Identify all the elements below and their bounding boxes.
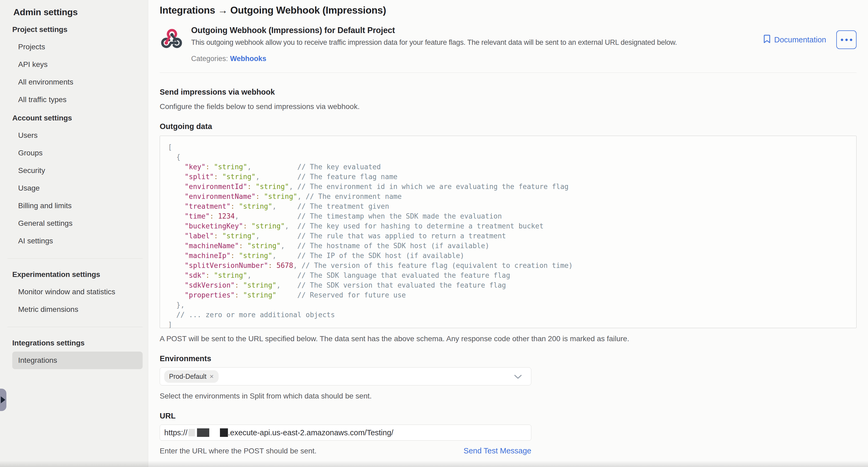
sidebar-item-monitor-window-and-statistics[interactable]: Monitor window and statistics (0, 283, 143, 301)
redacted-text-block (188, 429, 195, 436)
code-line: // ... zero or more additional objects (168, 310, 848, 320)
integration-info: Outgoing Webhook (Impressions) for Defau… (191, 26, 763, 63)
code-line: [ (168, 142, 848, 152)
url-footer-row: Enter the URL where the POST should be s… (160, 446, 531, 455)
environments-label: Environments (160, 354, 857, 363)
sidebar-item-ai-settings[interactable]: AI settings (0, 232, 143, 250)
webhook-title: Outgoing Webhook (Impressions) for Defau… (191, 26, 763, 35)
categories-row: Categories:Webhooks (191, 55, 763, 63)
code-line: "key": "string", // The key evaluated (168, 162, 848, 172)
code-line: "splitVersionNumber": 5678, // The versi… (168, 261, 848, 271)
header-actions: Documentation (763, 30, 857, 49)
admin-settings-sidebar: Admin settings Project settingsProjectsA… (0, 0, 148, 467)
sidebar-item-projects[interactable]: Projects (0, 38, 143, 56)
code-line: "environmentId": "string", // The enviro… (168, 182, 848, 192)
sidebar-section-integrations-settings: Integrations settings (0, 335, 148, 351)
sidebar-item-billing-and-limits[interactable]: Billing and limits (0, 197, 143, 215)
sidebar-item-usage[interactable]: Usage (0, 179, 143, 197)
environments-help: Select the environments in Split from wh… (160, 392, 857, 400)
code-line: "properties": "string" // Reserved for f… (168, 290, 848, 300)
section-subtitle: Configure the fields below to send impre… (160, 102, 857, 111)
bookmark-icon (763, 34, 771, 45)
code-line: "label": "string", // The rule that was … (168, 231, 848, 241)
code-line: "time": 1234, // The timestamp when the … (168, 211, 848, 221)
webhook-description: This outgoing webhook allow you to recei… (191, 38, 763, 46)
environment-chips: Prod-Default× (164, 370, 219, 383)
code-line: "machineIp": "string", // The IP of the … (168, 251, 848, 261)
code-line: "split": "string", // The feature flag n… (168, 172, 848, 182)
url-help: Enter the URL where the POST should be s… (160, 447, 316, 455)
code-line: }, (168, 300, 848, 310)
send-test-message-link[interactable]: Send Test Message (464, 446, 531, 455)
sidebar-item-all-traffic-types[interactable]: All traffic types (0, 91, 143, 108)
code-line: "bucketingKey": "string", // The key use… (168, 221, 848, 231)
code-line: ] (168, 320, 848, 328)
webhook-logo-icon (160, 27, 184, 52)
environment-chip-prod-default: Prod-Default× (164, 370, 219, 383)
sidebar-item-groups[interactable]: Groups (0, 144, 143, 162)
sidebar-title: Admin settings (13, 7, 148, 17)
header-divider (160, 72, 857, 73)
sidebar-item-security[interactable]: Security (0, 162, 143, 179)
section-title: Send impressions via webhook (160, 88, 857, 96)
categories-label: Categories: (191, 55, 228, 63)
sidebar-item-all-environments[interactable]: All environments (0, 73, 143, 91)
redacted-text-block (220, 428, 228, 437)
url-input[interactable]: https:// .execute-api.us-east-2.amazonaw… (160, 425, 531, 441)
code-line: "sdk": "string", // The SDK language tha… (168, 271, 848, 280)
sidebar-divider (7, 327, 143, 327)
outgoing-data-label: Outgoing data (160, 122, 857, 131)
url-value-suffix: .execute-api.us-east-2.amazonaws.com/Tes… (228, 428, 394, 437)
sidebar-item-metric-dimensions[interactable]: Metric dimensions (0, 301, 143, 318)
code-line: "environmentName": "string", // The envi… (168, 192, 848, 201)
sidebar-section-account-settings: Account settings (0, 110, 148, 127)
sidebar-item-integrations[interactable]: Integrations (12, 351, 143, 369)
sidebar-section-experimentation-settings: Experimentation settings (0, 266, 148, 283)
environments-select[interactable]: Prod-Default× (160, 367, 531, 385)
page-title: Integrations → Outgoing Webhook (Impress… (160, 5, 857, 16)
chevron-down-icon (514, 374, 522, 380)
sidebar-section-project-settings: Project settings (0, 21, 148, 38)
documentation-link[interactable]: Documentation (763, 34, 826, 45)
sidebar-nav: Project settingsProjectsAPI keysAll envi… (0, 21, 148, 369)
post-note: A POST will be sent to the URL specified… (160, 335, 857, 343)
sidebar-item-api-keys[interactable]: API keys (0, 56, 143, 73)
documentation-label: Documentation (774, 35, 826, 44)
chevron-right-icon (1, 396, 5, 403)
sidebar-item-users[interactable]: Users (0, 127, 143, 144)
sidebar-expand-handle[interactable] (0, 388, 6, 411)
main-content: Integrations → Outgoing Webhook (Impress… (149, 0, 868, 467)
redacted-text-block (197, 428, 209, 437)
categories-webhooks-link[interactable]: Webhooks (230, 55, 266, 63)
code-line: { (168, 152, 848, 162)
ellipsis-icon (841, 39, 852, 41)
chip-label: Prod-Default (169, 373, 206, 380)
more-options-button[interactable] (836, 30, 857, 49)
code-line: "sdkVersion": "string", // The SDK versi… (168, 280, 848, 290)
code-line: "machineName": "string", // The hostname… (168, 241, 848, 251)
integration-header: Outgoing Webhook (Impressions) for Defau… (160, 26, 857, 63)
url-value-prefix: https:// (164, 428, 187, 437)
url-label: URL (160, 411, 857, 421)
code-line: "treatment": "string", // The treatment … (168, 201, 848, 211)
sidebar-item-general-settings[interactable]: General settings (0, 215, 143, 232)
chip-remove-icon[interactable]: × (210, 373, 214, 380)
outgoing-data-schema: [ { "key": "string", // The key evaluate… (160, 136, 857, 328)
